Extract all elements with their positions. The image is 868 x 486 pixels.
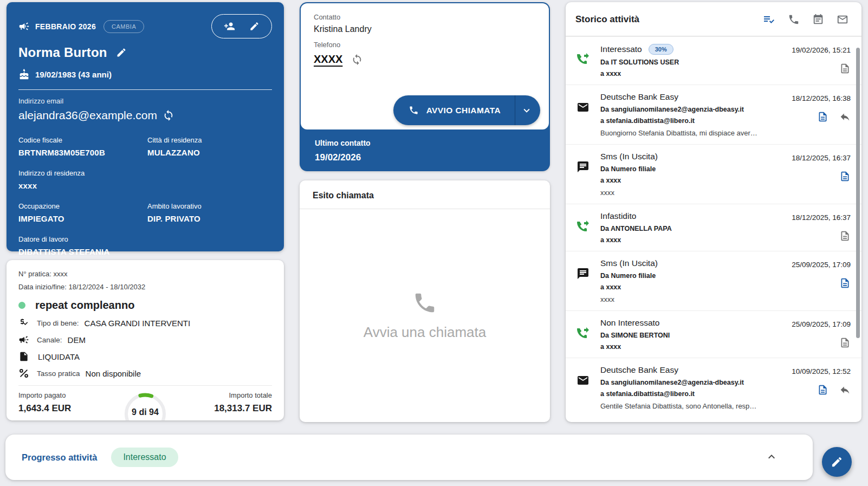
field-occupazione: Occupazione IMPIEGATO: [18, 202, 147, 223]
customer-name: Norma Burton: [18, 45, 107, 60]
pencil-icon: [831, 456, 843, 468]
campaign-icon: [18, 21, 30, 32]
customer-card-header: FEBBRAIO 2026 CAMBIA: [18, 14, 272, 38]
phone-value-link[interactable]: XXXX: [314, 53, 342, 66]
activity-to: a xxxx: [600, 343, 761, 351]
activity-to: a stefania.dibattista@libero.it: [600, 390, 761, 398]
field-ambito-lavorativo: Ambito lavorativo DIP. PRIVATO: [147, 202, 272, 223]
activity-item[interactable]: Deutsche Bank Easy Da sangiulianomilanes…: [566, 85, 861, 144]
birthdate-row: 19/02/1983 (43 anni): [18, 69, 272, 80]
field-codice-fiscale: Codice fiscale BRTNRM83M05E700B: [18, 136, 147, 157]
customer-actions-group: [211, 14, 272, 38]
divider: [18, 89, 272, 90]
divider: [18, 385, 272, 386]
practice-title: repeat compleanno: [35, 299, 134, 312]
activity-to: a xxxx: [600, 177, 761, 184]
note-icon[interactable]: [817, 384, 828, 396]
contact-details: Contatto Kristina Landry Telefono XXXX A…: [301, 3, 549, 129]
activity-item[interactable]: Non Interessato Da SIMONE BERTONI a xxxx…: [566, 310, 861, 358]
phone-icon: [412, 290, 437, 315]
activity-header: Storico attività: [566, 2, 861, 36]
activity-snippet: xxxx: [600, 295, 761, 303]
activity-item-title: Sms (In Uscita): [600, 152, 658, 161]
progress-value: 9 di 94: [132, 407, 159, 417]
customer-card: FEBBRAIO 2026 CAMBIA Norma Burton 19/02/…: [7, 2, 284, 251]
activity-from: Da Numero filiale: [600, 272, 761, 280]
contact-card: Contatto Kristina Landry Telefono XXXX A…: [300, 2, 550, 171]
note-icon[interactable]: [817, 111, 828, 122]
person-add-icon[interactable]: [224, 21, 235, 32]
sync-phone-icon[interactable]: [351, 54, 363, 66]
percent-icon: [18, 368, 33, 379]
reply-icon[interactable]: [839, 111, 851, 122]
filter-emails-icon[interactable]: [837, 14, 848, 25]
edit-customer-icon[interactable]: [249, 21, 260, 31]
activity-item[interactable]: Sms (In Uscita) Da Numero filiale a xxxx…: [566, 251, 861, 310]
practice-row-tasso: Tasso pratica Non disponibile: [18, 368, 272, 379]
activity-from: Da IT SOLUTIONS USER: [600, 59, 761, 66]
activity-filter-icons: [762, 13, 848, 26]
activity-to: a stefania.dibattista@libero.it: [600, 117, 761, 125]
amounts-section: Importo pagato 1,643.4 EUR Importo resid…: [18, 391, 272, 420]
scrollbar-thumb[interactable]: [856, 48, 860, 338]
practice-title-row: repeat compleanno: [18, 299, 272, 312]
filter-all-icon[interactable]: [762, 13, 775, 26]
activity-item[interactable]: Deutsche Bank Easy Da sangiulianomilanes…: [566, 358, 861, 417]
campaign-period-label: FEBBRAIO 2026: [35, 22, 96, 31]
activity-timestamp: 25/09/2025, 17:09: [792, 320, 851, 328]
practice-dates: Data inizio/fine: 18/12/2024 - 18/10/203…: [18, 283, 272, 291]
edit-name-icon[interactable]: [116, 47, 127, 58]
activity-progress-bar: Progresso attività Interessato: [5, 435, 813, 480]
note-icon[interactable]: [839, 171, 851, 182]
activity-history-panel: Storico attività Interessato 30% Da IT S…: [566, 2, 861, 422]
cake-icon: [18, 69, 30, 80]
contact-name: Kristina Landry: [314, 24, 536, 34]
chevron-up-icon: [765, 450, 778, 463]
reply-icon[interactable]: [839, 384, 851, 396]
activity-item[interactable]: Interessato 30% Da IT SOLUTIONS USER a x…: [566, 36, 861, 85]
activity-from: Da sangiulianomilanese2@agenzia-dbeasy.i…: [600, 379, 761, 386]
call-outcome-empty-state: Avvia una chiamata: [300, 209, 550, 422]
paid-amount-block: Importo pagato 1,643.4 EUR Importo resid…: [18, 391, 113, 420]
practice-row-tipo: Tipo di bene: CASA GRANDI INTERVENTI: [18, 317, 272, 328]
status-chip: Interessato: [111, 448, 178, 467]
activity-item[interactable]: Sms (In Uscita) Da Numero filiale a xxxx…: [566, 144, 861, 204]
status-dot: [18, 302, 25, 309]
crm-page: FEBBRAIO 2026 CAMBIA Norma Burton 19/02/…: [0, 0, 868, 486]
activity-item-title: Infastidito: [600, 211, 636, 221]
practice-number: N° pratica: xxxx: [18, 270, 272, 278]
field-datore-lavoro: Datore di lavoro DIBATTISTA STEFANIA: [18, 235, 147, 256]
last-contact-section: Ultimo contatto 19/02/2026: [301, 129, 549, 172]
activity-item[interactable]: Infastidito Da ANTONELLA PAPA a xxxx 18/…: [566, 204, 861, 251]
edit-fab[interactable]: [822, 447, 852, 477]
activity-from: Da sangiulianomilanese2@agenzia-dbeasy.i…: [600, 106, 761, 113]
collapse-button[interactable]: [765, 450, 778, 465]
start-call-split-button[interactable]: AVVIO CHIAMATA: [393, 95, 540, 125]
sync-email-icon[interactable]: [163, 109, 174, 121]
last-contact-label: Ultimo contatto: [315, 139, 535, 147]
filter-calls-icon[interactable]: [788, 14, 800, 25]
mail-icon: [576, 101, 590, 137]
note-icon[interactable]: [839, 230, 851, 242]
document-icon: [18, 351, 33, 362]
campaign-icon: [18, 334, 33, 345]
note-icon[interactable]: [839, 63, 851, 74]
activity-to: a xxxx: [600, 70, 761, 77]
phone-forwarded-icon: [576, 53, 590, 77]
call-options-dropdown[interactable]: [515, 95, 540, 125]
activity-timestamp: 25/09/2025, 17:09: [792, 261, 851, 269]
filter-events-icon[interactable]: [812, 14, 824, 25]
practice-row-canale: Canale: DEM: [18, 334, 272, 345]
practice-card: N° pratica: xxxx Data inizio/fine: 18/12…: [7, 260, 284, 420]
mail-icon: [576, 374, 590, 410]
probability-badge: 30%: [649, 44, 673, 55]
field-citta-residenza: Città di residenza MULAZZANO: [147, 136, 272, 157]
note-icon[interactable]: [839, 277, 851, 289]
phone-label: Telefono: [314, 41, 536, 49]
note-icon[interactable]: [839, 337, 851, 348]
email-row: alejandra36@example.com: [18, 109, 272, 122]
cambia-button[interactable]: CAMBIA: [103, 20, 144, 33]
activity-timestamp: 10/09/2025, 12:52: [792, 367, 851, 375]
activity-timestamp: 18/12/2025, 16:38: [792, 94, 851, 102]
field-indirizzo-residenza: Indirizzo di residenza xxxx: [18, 169, 147, 190]
